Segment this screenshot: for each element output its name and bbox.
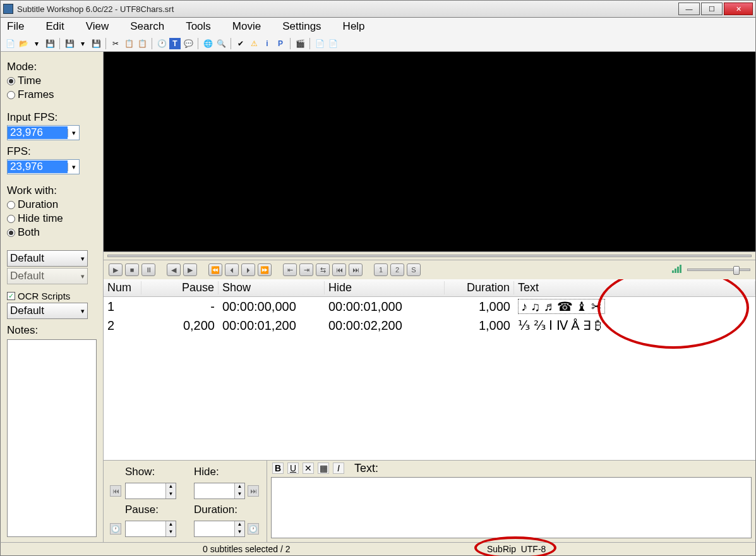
col-duration[interactable]: Duration: [445, 281, 514, 294]
menu-edit[interactable]: Edit: [43, 19, 66, 34]
radio-time[interactable]: Time: [7, 75, 97, 87]
video-preview[interactable]: [104, 52, 755, 251]
underline-button[interactable]: U: [287, 462, 299, 474]
clock1-icon[interactable]: 🕐: [110, 523, 121, 535]
volume-icon: [672, 264, 682, 275]
app-icon: [3, 4, 13, 14]
table-row[interactable]: 2 0,200 00:00:01,200 00:00:02,200 1,000 …: [104, 316, 755, 335]
col-show[interactable]: Show: [219, 281, 325, 294]
status-bar: 0 subtitles selected / 2 SubRip UTF-8: [0, 542, 756, 556]
left-panel: Mode: Time Frames Input FPS: 23,976▾ FPS…: [1, 52, 103, 542]
search-icon[interactable]: 🔍: [215, 38, 227, 49]
subtitle-text-input[interactable]: [271, 477, 752, 538]
open-icon[interactable]: 📂: [18, 38, 29, 49]
ffwd-button[interactable]: ⏩: [258, 263, 272, 276]
play-button[interactable]: ▶: [109, 263, 123, 276]
duration-input[interactable]: ▲▼: [194, 521, 245, 537]
text-icon[interactable]: T: [169, 38, 181, 49]
radio-duration[interactable]: Duration: [7, 198, 97, 211]
new-icon[interactable]: 📄: [4, 38, 16, 49]
menu-tools[interactable]: Tools: [183, 19, 213, 34]
sync1-button[interactable]: ⇆: [316, 263, 330, 276]
notes-textarea[interactable]: [7, 339, 97, 537]
time-icon[interactable]: 🕐: [156, 38, 167, 49]
prev-sub-icon[interactable]: ⏮: [110, 485, 121, 497]
menu-settings[interactable]: Settings: [280, 19, 323, 34]
italic-button[interactable]: I: [333, 462, 344, 474]
clear-button[interactable]: ✕: [303, 462, 314, 474]
num1-button[interactable]: 1: [374, 263, 388, 276]
ocr-scripts-checkbox[interactable]: ✓OCR Scripts: [7, 291, 97, 301]
minimize-button[interactable]: —: [678, 3, 700, 15]
sync2-button[interactable]: ⏮: [332, 263, 346, 276]
info-icon[interactable]: i: [261, 38, 273, 49]
color-button[interactable]: ▦: [318, 462, 329, 474]
num2-button[interactable]: 2: [390, 263, 404, 276]
radio-both[interactable]: Both: [7, 226, 97, 239]
cut-icon[interactable]: ✂: [110, 38, 121, 49]
pause-button[interactable]: ⏸: [141, 263, 155, 276]
pause-input[interactable]: ▲▼: [125, 521, 176, 537]
radio-frames[interactable]: Frames: [7, 88, 97, 101]
combo-default-2[interactable]: Default▾: [7, 268, 88, 284]
video-icon[interactable]: 🎬: [294, 38, 306, 49]
scrub-bar[interactable]: [104, 251, 755, 260]
notes-label: Notes:: [7, 324, 97, 337]
combo-default-1[interactable]: Default▾: [7, 250, 88, 267]
timing-panel: Show: Hide: ⏮ ▲▼ ▲▼ ⏭ Pause: Duration: 🕐…: [104, 461, 267, 542]
back-button[interactable]: ⏴: [225, 263, 239, 276]
hide-input[interactable]: ▲▼: [194, 483, 245, 499]
prev-button[interactable]: ◀: [167, 263, 181, 276]
bold-button[interactable]: B: [272, 462, 284, 474]
table-row[interactable]: 1 - 00:00:00,000 00:00:01,000 1,000 ♪ ♫ …: [104, 297, 755, 316]
next-button[interactable]: ▶: [183, 263, 197, 276]
menu-help[interactable]: Help: [340, 19, 368, 34]
stop-button[interactable]: ■: [125, 263, 139, 276]
save3-icon[interactable]: 💾: [90, 38, 102, 49]
work-with-label: Work with:: [7, 184, 97, 197]
copy-icon[interactable]: 📋: [123, 38, 135, 49]
rewind-button[interactable]: ⏪: [208, 263, 222, 276]
dropdown-icon[interactable]: ▾: [31, 38, 42, 49]
fwd-button[interactable]: ⏵: [241, 263, 255, 276]
clock2-icon[interactable]: 🕐: [248, 523, 259, 535]
pause-label: Pause:: [125, 504, 176, 516]
title-bar: Subtitle Workshop 6.0c/22 - UTF8Chars.sr…: [0, 0, 756, 18]
save-icon[interactable]: 💾: [44, 38, 56, 49]
close-button[interactable]: ✕: [724, 3, 753, 15]
fps-field[interactable]: 23,976▾: [7, 159, 80, 174]
spellcheck-icon[interactable]: ✔: [235, 38, 246, 49]
duration-label: Duration:: [194, 504, 245, 516]
mark-out-button[interactable]: ⇥: [299, 263, 313, 276]
subtitle-grid[interactable]: Num Pause Show Hide Duration Text 1 - 00…: [104, 279, 755, 460]
chat-icon[interactable]: 💬: [183, 38, 194, 49]
col-pause[interactable]: Pause: [141, 281, 219, 294]
save2-icon[interactable]: 💾: [64, 38, 75, 49]
maximize-button[interactable]: ☐: [701, 3, 723, 15]
mark-in-button[interactable]: ⇤: [283, 263, 297, 276]
volume-slider[interactable]: [687, 269, 750, 271]
col-text[interactable]: Text: [514, 281, 755, 294]
doc1-icon[interactable]: 📄: [314, 38, 325, 49]
doc2-icon[interactable]: 📄: [327, 38, 339, 49]
input-fps-field[interactable]: 23,976▾: [7, 125, 80, 140]
lang-icon[interactable]: 🌐: [202, 38, 213, 49]
subtitle-text-cell[interactable]: ♪ ♫ ♬ ☎ ♝ ✂: [518, 299, 605, 314]
radio-hidetime[interactable]: Hide time: [7, 212, 97, 225]
warning-icon[interactable]: ⚠: [248, 38, 260, 49]
paste-icon[interactable]: 📋: [136, 38, 148, 49]
next-sub-icon[interactable]: ⏭: [248, 485, 259, 497]
menu-search[interactable]: Search: [128, 19, 167, 34]
sync3-button[interactable]: ⏭: [349, 263, 363, 276]
s-button[interactable]: S: [407, 263, 421, 276]
dropdown2-icon[interactable]: ▾: [77, 38, 88, 49]
menu-movie[interactable]: Movie: [230, 19, 263, 34]
pascal-icon[interactable]: P: [275, 38, 286, 49]
col-num[interactable]: Num: [104, 281, 141, 294]
subtitle-text-cell: ⅓ ⅔ Ⅰ Ⅳ Å ∃ ₿: [514, 318, 755, 333]
combo-default-3[interactable]: Default▾: [7, 303, 88, 319]
menu-file[interactable]: File: [4, 19, 27, 34]
menu-view[interactable]: View: [83, 19, 112, 34]
show-input[interactable]: ▲▼: [125, 483, 176, 499]
col-hide[interactable]: Hide: [325, 281, 445, 294]
